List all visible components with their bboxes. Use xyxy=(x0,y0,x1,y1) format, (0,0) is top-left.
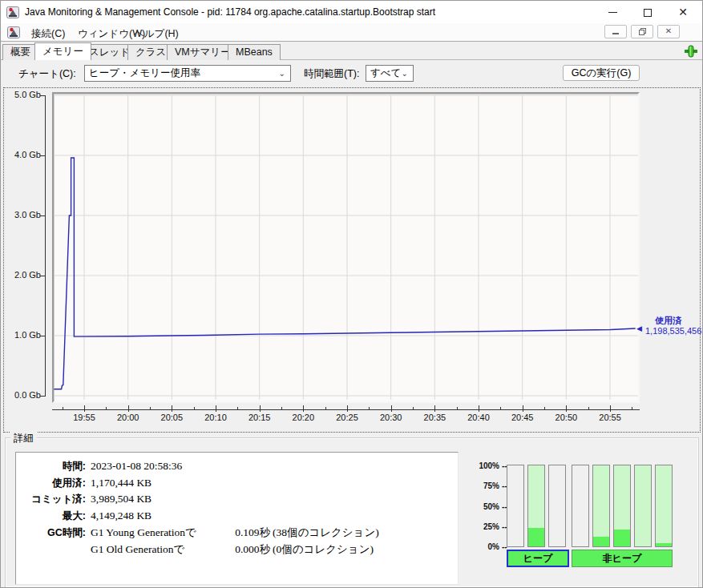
detail-row-4: 最大:4,149,248 KB xyxy=(18,508,455,525)
nonheap-pool-bar-1[interactable] xyxy=(572,465,589,547)
series-marker-icon: ◀ xyxy=(636,324,642,332)
x-minor-tick xyxy=(325,407,326,410)
gauge-scale-label: 75% xyxy=(470,481,499,490)
x-major-tick xyxy=(260,405,261,412)
x-major-tick xyxy=(303,405,304,412)
pool-used-fill xyxy=(656,543,672,546)
gauge-scale-label: 0% xyxy=(470,542,499,551)
tab-6[interactable]: MBeans xyxy=(228,44,281,60)
chart-plot-area[interactable] xyxy=(52,92,640,403)
title-bar[interactable]: Java Monitoring & Management Console - p… xyxy=(1,1,702,23)
y-tick xyxy=(40,336,46,336)
nonheap-pool-bar-5[interactable] xyxy=(655,465,673,547)
x-tick-label: 20:50 xyxy=(548,413,584,422)
x-tick-label: 20:25 xyxy=(329,413,365,422)
heap-pool-bar-2[interactable] xyxy=(527,465,545,547)
nonheap-pool-bar-3[interactable] xyxy=(613,465,631,547)
memory-chart: 0.0 Gb1.0 Gb2.0 Gb3.0 Gb4.0 Gb5.0 Gb 19:… xyxy=(3,87,701,433)
y-tick-label: 5.0 Gb xyxy=(7,90,41,99)
y-tick xyxy=(40,215,46,216)
x-minor-tick xyxy=(237,407,238,410)
y-tick-label: 3.0 Gb xyxy=(7,210,41,219)
x-major-tick xyxy=(610,405,611,412)
gauge-scale-label: 25% xyxy=(470,522,499,531)
mdi-close-button[interactable]: ✕ xyxy=(657,25,680,38)
heap-used-series xyxy=(54,158,635,389)
y-tick xyxy=(40,396,46,397)
x-tick-label: 20:55 xyxy=(592,413,628,422)
connected-plug-icon xyxy=(683,43,699,62)
pool-used-fill xyxy=(593,537,609,546)
x-tick-label: 19:55 xyxy=(67,413,102,422)
gauge-scale-label: 100% xyxy=(470,461,499,470)
heap-button[interactable]: ヒープ xyxy=(507,550,569,567)
details-panel: 時間:2023-01-08 20:58:36使用済:1,170,444 KBコミ… xyxy=(15,452,459,585)
detail-row-1: 時間:2023-01-08 20:58:36 xyxy=(18,458,455,475)
y-tick xyxy=(40,155,46,156)
y-tick-label: 1.0 Gb xyxy=(7,330,41,340)
heap-pool-bar-1[interactable] xyxy=(507,465,524,547)
y-tick-label: 4.0 Gb xyxy=(7,150,41,159)
x-minor-tick xyxy=(369,407,370,410)
maximize-button[interactable] xyxy=(632,1,664,23)
chevron-down-icon: ⌄ xyxy=(402,66,408,81)
x-major-tick xyxy=(216,405,216,412)
x-tick-label: 20:20 xyxy=(285,413,321,422)
x-minor-tick xyxy=(413,407,414,410)
menu-item-3[interactable]: ヘルプ(H) xyxy=(131,26,182,42)
detail-row-3: コミット済:3,989,504 KB xyxy=(18,491,455,508)
x-major-tick xyxy=(523,405,523,412)
tab-1[interactable]: 概要 xyxy=(2,44,38,60)
pool-committed-fill xyxy=(656,465,672,546)
jconsole-icon xyxy=(6,6,20,19)
gc-collection-count: (0個のコレクション) xyxy=(273,543,374,555)
nonheap-button[interactable]: 非ヒープ xyxy=(572,550,673,567)
mdi-restore-button[interactable] xyxy=(631,25,653,38)
chevron-down-icon: ⌄ xyxy=(279,66,285,81)
chart-select[interactable]: ヒープ・メモリー使用率 ⌄ xyxy=(84,65,291,82)
pool-committed-fill xyxy=(593,465,609,546)
gc-time-value: 0.109秒 xyxy=(220,525,270,541)
nonheap-pool-bar-4[interactable] xyxy=(634,465,652,547)
x-major-tick xyxy=(391,405,392,412)
perform-gc-button[interactable]: GCの実行(G) xyxy=(563,65,640,81)
x-tick-label: 20:10 xyxy=(198,413,233,422)
details-legend: 詳細 xyxy=(10,432,37,445)
x-minor-tick xyxy=(588,407,589,410)
pool-used-fill xyxy=(528,528,544,546)
detail-label: 時間: xyxy=(18,459,86,475)
x-major-tick xyxy=(347,405,348,412)
x-tick-label: 20:45 xyxy=(505,413,540,422)
chart-toolbar: チャート(C): ヒープ・メモリー使用率 ⌄ 時間範囲(T): すべて ⌄ GC… xyxy=(1,60,702,87)
close-button[interactable]: ✕ xyxy=(667,1,699,23)
gc-time-value: 0.000秒 xyxy=(220,542,270,558)
series-tag: 使用済 1,198,535,456 xyxy=(645,316,701,336)
time-range-select[interactable]: すべて ⌄ xyxy=(366,65,414,82)
x-minor-tick xyxy=(150,407,151,410)
menu-item-1[interactable]: 接続(C) xyxy=(28,26,68,42)
y-tick-label: 2.0 Gb xyxy=(7,270,41,280)
gc-generation-name: G1 Young Generationで xyxy=(91,525,220,541)
x-major-tick xyxy=(479,405,479,412)
gauge-scale-label: 50% xyxy=(470,502,499,511)
minimize-button[interactable] xyxy=(596,1,628,23)
tab-2[interactable]: メモリー xyxy=(34,42,91,60)
detail-value: 3,989,504 KB xyxy=(91,493,152,505)
heap-pool-bar-3[interactable] xyxy=(548,465,566,547)
nonheap-pool-bar-2[interactable] xyxy=(592,465,610,547)
x-major-tick xyxy=(128,405,129,412)
heap-usage-line-chart xyxy=(54,94,638,401)
gc-time-row-1: GC時間:G1 Young Generationで0.109秒(38個のコレクシ… xyxy=(18,525,455,542)
x-tick-label: 20:05 xyxy=(154,413,189,422)
x-major-tick xyxy=(434,405,435,412)
x-tick-label: 20:35 xyxy=(417,413,452,422)
detail-value: 1,170,444 KB xyxy=(91,477,152,489)
mdi-minimize-button[interactable] xyxy=(604,25,627,38)
jconsole-window: Java Monitoring & Management Console - p… xyxy=(0,0,703,588)
series-name-label: 使用済 xyxy=(655,316,701,326)
x-axis-line xyxy=(52,409,640,410)
x-minor-tick xyxy=(63,407,63,410)
gc-time-row-2: G1 Old Generationで0.000秒(0個のコレクション) xyxy=(18,542,455,558)
y-axis-line xyxy=(45,95,46,397)
series-value-label: 1,198,535,456 xyxy=(645,326,701,336)
